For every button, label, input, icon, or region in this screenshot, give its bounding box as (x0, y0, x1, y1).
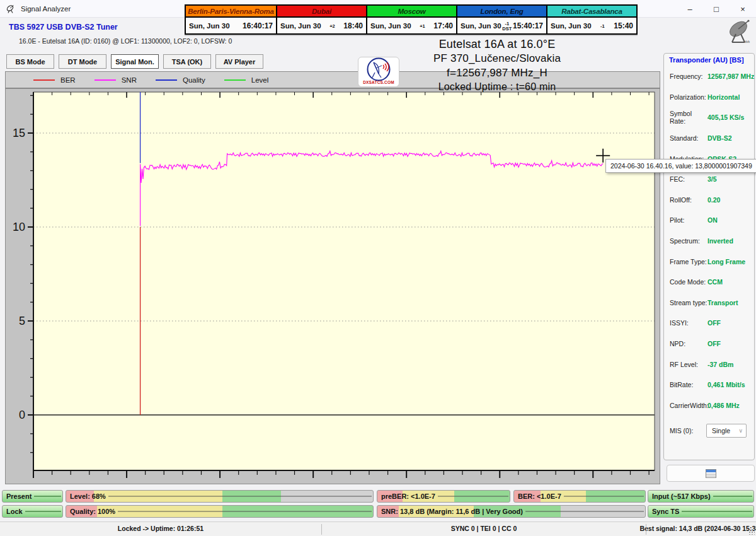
mode-button-av-player[interactable]: AV Player (215, 54, 263, 69)
bar-groove (118, 511, 372, 512)
sync-ts-badge-label: Sync TS (648, 508, 679, 515)
clock-utc-offset: +2 (321, 23, 344, 29)
transponder-value: Inverted (707, 237, 733, 245)
clock-time-row: Sun, Jun 30+218:40 (277, 18, 366, 33)
mis-select[interactable]: Single ∨ (706, 424, 747, 438)
mode-button-signal-mon-[interactable]: Signal Mon. (111, 54, 159, 69)
chart-plot-area[interactable] (33, 92, 655, 470)
tuner-name: TBS 5927 USB DVB-S2 Tuner (9, 23, 118, 32)
transponder-rows: Frequency:12567,987 MHzPolarization:Hori… (664, 66, 754, 416)
clock-date: Sun, Jun 30 (189, 22, 230, 30)
legend-item-snr: SNR (94, 76, 137, 84)
transponder-row-codemode: Code Mode:CCM (664, 272, 754, 293)
status-separator (321, 524, 322, 535)
level-bar-label: Level: 68% (66, 492, 106, 500)
close-button[interactable]: × (730, 0, 756, 18)
mode-buttons: BS ModeDT ModeSignal Mon.TSA (OK)AV Play… (6, 54, 263, 69)
clock-city-label: Moscow (367, 6, 456, 18)
legend-label: Quality (183, 76, 205, 84)
input-badge: Input (~517 Kbps) (648, 490, 754, 503)
badge-groove (682, 511, 752, 512)
legend-swatch-level (224, 79, 246, 81)
dxsatcs-logo-text: DXSATCS.COM (363, 80, 394, 84)
clock-city-label: Dubai (277, 6, 366, 18)
bar-groove (564, 496, 644, 497)
resize-grip[interactable] (748, 528, 755, 535)
satellite-dish-icon: dvb (723, 16, 755, 44)
transponder-label: Standard: (670, 134, 707, 142)
clock-moscow: MoscowSun, Jun 30+117:40 (366, 6, 456, 33)
clock-london-eng: London, EngSun, Jun 30-1DST15:40:17 (456, 6, 546, 33)
ts-list-button[interactable] (667, 465, 755, 482)
minimize-button[interactable]: – (677, 0, 703, 18)
mode-button-bs-mode[interactable]: BS Mode (6, 54, 54, 69)
dxsatcs-logo: DXSATCS.COM (358, 57, 399, 87)
legend-item-level: Level (224, 76, 269, 84)
frequency-header: f=12567,987 MHz_H (447, 67, 547, 79)
bar-groove (438, 496, 508, 497)
transponder-row-symbolrate: Symbol Rate:405,15 KS/s (664, 107, 754, 128)
preber-bar-label: preBER: <1.0E-7 (377, 492, 435, 500)
legend-item-quality: Quality (156, 76, 205, 84)
lock-badge-label: Lock (3, 508, 23, 515)
transponder-label: Polarization: (670, 93, 707, 101)
uptime-header: Locked Uptime : t=60 min (438, 81, 556, 93)
clock-time-row: Sun, Jun 30+117:40 (367, 18, 456, 33)
clock-utc-offset (230, 25, 243, 26)
transponder-panel-title: Transponder (AU) [BS] (664, 56, 754, 65)
level-bar: Level: 68% (66, 490, 374, 503)
bar-groove (108, 496, 372, 497)
transponder-row-pilot: Pilot:ON (664, 210, 754, 231)
transponder-value: ON (707, 216, 718, 224)
transponder-value: 0,461 Mbit/s (707, 381, 745, 388)
clock-time-row: Sun, Jun 3016:40:17 (186, 18, 276, 33)
transponder-panel: Transponder (AU) [BS] Frequency:12567,98… (663, 53, 755, 460)
app-dish-icon (6, 4, 16, 14)
transponder-label: Frequency: (670, 73, 707, 80)
list-table-icon (706, 469, 716, 478)
transponder-label: CarrierWidth: (670, 402, 707, 409)
clock-berlin-paris-vienna-roma: Berlin-Paris-Vienna-RomaSun, Jun 3016:40… (186, 6, 276, 33)
snr-chart: 051015 (5, 88, 660, 484)
legend-swatch-snr (94, 79, 116, 81)
transponder-label: Spectrum: (670, 237, 707, 245)
transponder-label: Pilot: (670, 216, 707, 224)
transponder-row-streamtype: Stream type:Transport (664, 293, 754, 313)
legend-label: Level (251, 76, 269, 84)
quality-bar-label: Quality: 100% (66, 508, 115, 515)
transponder-label: Stream type: (670, 299, 707, 306)
transponder-row-rflevel: RF Level:-37 dBm (664, 354, 754, 375)
transponder-value: 12567,987 MHz (707, 73, 754, 80)
mode-button-dt-mode[interactable]: DT Mode (59, 54, 106, 69)
sync-ts-badge: Sync TS (648, 505, 754, 518)
transponder-value: -37 dBm (707, 361, 733, 368)
transponder-row-standard: Standard:DVB-S2 (664, 128, 754, 149)
transponder-value: CCM (707, 278, 723, 286)
clock-time-value: 17:40 (433, 21, 453, 30)
clock-city-label: Berlin-Paris-Vienna-Roma (186, 6, 276, 18)
chart-tooltip: 2024-06-30 16.40.16, value: 13,800000190… (605, 159, 756, 173)
transponder-label: RF Level: (670, 361, 707, 368)
transponder-label: Symbol Rate: (670, 110, 707, 125)
uptime-status: Locked -> Uptime: 01:26:51 (118, 525, 203, 532)
chart-legend: BERSNRQualityLevel (5, 71, 660, 88)
status-bar: Locked -> Uptime: 01:26:51 SYNC 0 | TEI … (0, 521, 756, 536)
clock-utc-offset: -1DST (501, 20, 513, 32)
transponder-value: DVB-S2 (707, 134, 732, 142)
best-signal-status: Best signal: 14,3 dB (2024-06-30 15:38) (639, 525, 756, 532)
lock-badge: Lock (2, 505, 63, 518)
maximize-button[interactable]: □ (703, 0, 730, 18)
preber-bar: preBER: <1.0E-7 (377, 490, 510, 503)
clock-date: Sun, Jun 30 (461, 22, 501, 30)
y-tick-label: 10 (13, 221, 25, 233)
clock-utc-offset: +1 (411, 23, 434, 29)
transponder-row-frametype: Frame Type:Long Frame (664, 251, 754, 272)
station-header: PF 370_Lučenec/Slovakia (433, 52, 561, 65)
transponder-label: RollOff: (670, 196, 707, 204)
badge-groove (25, 511, 61, 512)
transponder-value: 0,486 MHz (707, 402, 740, 409)
clock-rabat-casablanca: Rabat-CasablancaSun, Jun 30-115:40 (546, 6, 636, 33)
mode-button-tsa-ok-[interactable]: TSA (OK) (163, 54, 211, 69)
svg-text:dvb: dvb (745, 40, 750, 44)
transponder-label: Code Mode: (670, 278, 707, 286)
